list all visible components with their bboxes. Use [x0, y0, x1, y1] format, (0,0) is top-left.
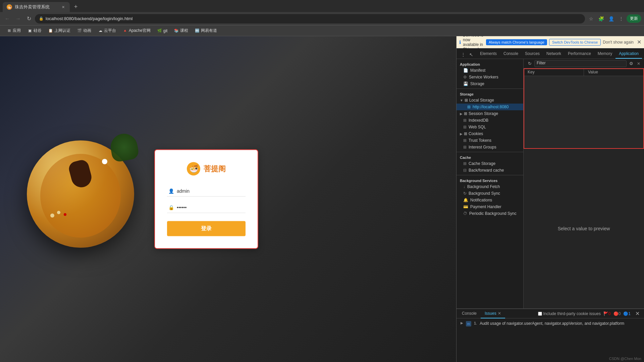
- sidebar-indexeddb[interactable]: ⊞ IndexedDB: [457, 117, 523, 124]
- url-bar[interactable]: 🔒 localhost:8080/backend/page/login/logi…: [35, 14, 585, 23]
- login-logo: 🍜 菩提阁: [167, 162, 246, 176]
- issue-expand-arrow[interactable]: ▶: [461, 321, 463, 325]
- sidebar-manifest[interactable]: 📄 Manifest: [457, 67, 523, 74]
- menu-button[interactable]: ⋮: [616, 14, 626, 23]
- youdao-icon: 🔤: [195, 28, 200, 33]
- session-storage-group[interactable]: ▶ ⊞ Session Storage: [457, 110, 523, 117]
- course-icon: 📚: [174, 28, 179, 33]
- sidebar-bg-fetch[interactable]: ↓ Background Fetch: [457, 183, 523, 190]
- sidebar-storage[interactable]: 💾 Storage: [457, 80, 523, 87]
- issue-text: Audit usage of navigator.userAgent, navi…: [480, 321, 640, 326]
- session-storage-icon: ⊞: [464, 111, 467, 116]
- info-icon: ℹ: [459, 40, 461, 45]
- bookmark-auth[interactable]: 📋 上网认证: [46, 27, 73, 35]
- reload-button[interactable]: ↻: [24, 14, 34, 23]
- sidebar-payment-handler[interactable]: 💳 Payment Handler: [457, 203, 523, 210]
- tab-console[interactable]: Console: [500, 49, 522, 59]
- filter-settings-button[interactable]: ⚙: [628, 60, 635, 67]
- sidebar-service-workers[interactable]: ⚙ Service Workers: [457, 74, 523, 80]
- dont-show-again[interactable]: Don't show again: [603, 40, 634, 45]
- local-storage-group[interactable]: ▼ ⊞ Local Storage: [457, 97, 523, 104]
- login-button[interactable]: 登录: [167, 221, 246, 236]
- apache-icon: 🔺: [123, 28, 127, 33]
- sidebar-notifications[interactable]: 🔔 Notifications: [457, 197, 523, 203]
- active-tab[interactable]: 🍜 珠吉外卖管理系统 ✕: [3, 2, 70, 12]
- more-tabs-button[interactable]: »: [642, 49, 644, 59]
- bookmark-youdao[interactable]: 🔤 网易有道: [192, 27, 220, 35]
- refresh-toolbar-button[interactable]: ↻: [526, 60, 533, 67]
- switch-to-chinese-button[interactable]: Switch DevTools to Chinese: [549, 39, 601, 46]
- trust-tokens-icon: ⊞: [463, 138, 467, 143]
- issue-number: 1.: [474, 321, 477, 325]
- bookmark-apps[interactable]: ⊞ 应用: [4, 27, 23, 35]
- tab-application[interactable]: Application: [615, 49, 642, 59]
- issues-tab-close[interactable]: ✕: [498, 311, 501, 316]
- devtools-right-panel: ↻ Key Filter ⚙ ✕: [524, 59, 644, 308]
- bookmark-course[interactable]: 📚 课程: [171, 27, 191, 35]
- app-sidebar: Application 📄 Manifest ⚙ Service Workers…: [457, 59, 524, 308]
- filter-input[interactable]: Key Filter: [534, 60, 627, 67]
- tab-network[interactable]: Network: [543, 49, 565, 59]
- manifest-label: Manifest: [470, 68, 485, 73]
- cookies-group[interactable]: ▶ ⊞ Cookies: [457, 130, 523, 137]
- bookmark-apps-label: 应用: [13, 28, 21, 34]
- issues-tab-label: Issues: [485, 311, 496, 316]
- console-tab[interactable]: Console: [458, 309, 481, 318]
- back-button[interactable]: ←: [3, 14, 12, 23]
- sidebar-interest-groups[interactable]: ⊞ Interest Groups: [457, 144, 523, 150]
- bookmark-guigu[interactable]: ▣ 硅谷: [25, 27, 44, 35]
- sidebar-web-sql[interactable]: ⊞ Web SQL: [457, 124, 523, 130]
- issue-item-1[interactable]: ▶ m 1. Audit usage of navigator.userAgen…: [458, 320, 643, 328]
- sidebar-bg-sync[interactable]: ↻ Background Sync: [457, 190, 523, 197]
- close-tab-button[interactable]: ✕: [60, 4, 66, 10]
- watermark: CSDN @Chen Mon: [609, 357, 641, 361]
- match-language-button[interactable]: Always match Chrome's language: [486, 39, 547, 45]
- sidebar-bfcache[interactable]: ⊟ Back/forward cache: [457, 167, 523, 174]
- payment-handler-label: Payment Handler: [470, 204, 501, 209]
- devtools-notification: ℹ DevTools is now available in Chinese! …: [457, 36, 644, 48]
- devtools-inspect-button[interactable]: ↖: [467, 51, 475, 59]
- bookmark-auth-label: 上网认证: [54, 28, 70, 34]
- cookies-icon: ⊞: [464, 131, 467, 136]
- password-input[interactable]: [177, 205, 244, 210]
- kv-area: Key Value: [524, 68, 644, 149]
- periodic-bg-sync-icon: ⏱: [463, 211, 467, 216]
- bookmark-animation[interactable]: 🎬 动画: [74, 27, 94, 35]
- devtools-menu-button[interactable]: ⋮: [459, 51, 467, 59]
- filter-clear-button[interactable]: ✕: [636, 61, 641, 66]
- bottom-content: ▶ m 1. Audit usage of navigator.userAgen…: [457, 318, 644, 362]
- service-workers-label: Service Workers: [469, 75, 498, 79]
- third-party-cookie-checkbox[interactable]: [538, 312, 542, 316]
- sidebar-trust-tokens[interactable]: ⊞ Trust Tokens: [457, 137, 523, 144]
- bookmark-star-button[interactable]: ☆: [586, 14, 596, 23]
- notification-close-button[interactable]: ✕: [637, 39, 641, 45]
- sidebar-periodic-bg-sync[interactable]: ⏱ Periodic Background Sync: [457, 210, 523, 217]
- service-workers-icon: ⚙: [463, 75, 467, 79]
- issues-tab[interactable]: Issues ✕: [481, 309, 505, 318]
- cache-storage-icon: ⊞: [463, 161, 467, 166]
- localhost-storage-item[interactable]: ⊞ http://localhost:8080: [457, 104, 523, 110]
- devtools-bottom: Console Issues ✕ Include third-party coo…: [457, 308, 644, 362]
- local-storage-label: Local Storage: [469, 98, 494, 103]
- update-button[interactable]: 更新: [627, 14, 641, 23]
- bg-services-header: Background Services: [457, 177, 523, 183]
- new-tab-button[interactable]: +: [71, 2, 80, 11]
- sidebar-cache-storage[interactable]: ⊞ Cache Storage: [457, 160, 523, 167]
- tab-performance[interactable]: Performance: [565, 49, 594, 59]
- forward-button[interactable]: →: [13, 14, 23, 23]
- tab-sources[interactable]: Sources: [522, 49, 543, 59]
- toolbar-right: ☆ 🧩 👤 ⋮ 更新: [586, 14, 641, 23]
- bg-sync-icon: ↻: [463, 191, 467, 196]
- profile-button[interactable]: 👤: [606, 14, 616, 23]
- devtools-panel: ℹ DevTools is now available in Chinese! …: [456, 36, 644, 362]
- bottom-panel-close[interactable]: ✕: [633, 310, 641, 318]
- tab-memory[interactable]: Memory: [594, 49, 615, 59]
- session-storage-arrow: ▶: [460, 112, 463, 116]
- bookmark-git[interactable]: 🌿 git: [155, 27, 170, 34]
- username-input[interactable]: [177, 188, 244, 194]
- bookmark-apache[interactable]: 🔺 Apache官网: [120, 27, 153, 35]
- tab-elements[interactable]: Elements: [477, 49, 500, 59]
- extensions-button[interactable]: 🧩: [596, 14, 606, 23]
- login-panel: 🍜 菩提阁 👤 🔒 登录: [154, 149, 258, 249]
- bookmark-cloud[interactable]: ☁ 云平台: [95, 27, 119, 35]
